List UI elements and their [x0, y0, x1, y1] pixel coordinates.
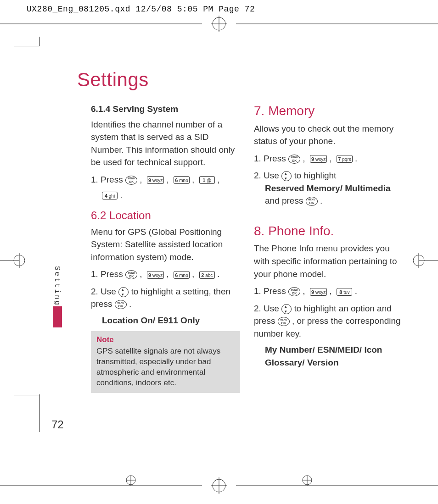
key-9-icon: 9 wxyz [147, 176, 164, 184]
nav-key-icon [281, 171, 292, 181]
note-title: Note [96, 335, 235, 345]
section-6-2-body: Menu for GPS (Global Positioning System:… [91, 226, 240, 264]
menu-ok-key-icon [115, 300, 127, 309]
corner-mark [39, 37, 40, 46]
menu-ok-key-icon [306, 197, 318, 206]
key-1-icon: 1 @ [199, 176, 215, 184]
section-6-2-step-1: 1. Press , 9 wxyz , 6 mno , 2 abc . [91, 268, 240, 281]
section-6-2-options: Location On/ E911 Only [91, 314, 240, 327]
note-body: GPS satellite signals are not always tra… [96, 347, 220, 387]
section-6-1-4-body: Identifies the channel number of a syste… [91, 118, 240, 169]
page-number: 72 [51, 418, 64, 431]
section-8-body: The Phone Info menu provides you with sp… [254, 242, 403, 280]
crop-mark-top [0, 15, 438, 33]
key-6-icon: 6 mno [174, 176, 189, 184]
right-column: 7. Memory Allows you to check out the me… [254, 102, 403, 393]
key-6-icon: 6 mno [174, 271, 189, 279]
corner-mark [14, 395, 39, 395]
key-9-icon: 9 wxyz [310, 155, 327, 163]
menu-ok-key-icon [288, 155, 300, 164]
section-7-step-2: 2. Use to highlight Reserved Memory/ Mul… [254, 169, 403, 207]
page-title: Settings [77, 69, 149, 91]
key-9-icon: 9 wxyz [147, 271, 164, 279]
menu-ok-key-icon [125, 270, 137, 279]
nav-key-icon [281, 304, 292, 314]
print-header: UX280_Eng_081205.qxd 12/5/08 5:05 PM Pag… [27, 5, 255, 14]
section-7-step-1: 1. Press , 9 wxyz , 7 pqrs . [254, 152, 403, 165]
menu-ok-key-icon [278, 317, 290, 326]
key-8-icon: 8 tuv [337, 288, 352, 296]
menu-ok-key-icon [125, 176, 137, 185]
section-8-step-2: 2. Use to highlight an option and press … [254, 302, 403, 369]
section-6-2-step-2: 2. Use to highlight a setting, then pres… [91, 285, 240, 327]
side-tab-marker [53, 306, 62, 327]
key-2-icon: 2 abc [199, 271, 215, 279]
side-tab-label: Settings [53, 266, 61, 312]
section-7-step-2-bold: Reserved Memory/ Multimedia [265, 183, 390, 193]
corner-mark [39, 394, 40, 432]
section-8-step-1: 1. Press , 9 wxyz , 8 tuv . [254, 285, 403, 298]
nav-key-icon [118, 287, 129, 297]
crop-mark-bottom [0, 472, 438, 499]
section-6-2-title: 6.2 Location [91, 208, 240, 224]
section-7-body: Allows you to check out the memory statu… [254, 122, 403, 148]
key-9-icon: 9 wxyz [310, 288, 327, 296]
section-8-options: My Number/ ESN/MEID/ Icon Glossary/ Vers… [254, 343, 403, 369]
corner-mark [14, 46, 39, 46]
section-6-1-4-step-1: 1. Press , 9 wxyz , 6 mno , 1 @ , 4 ghi … [91, 173, 240, 201]
key-7-icon: 7 pqrs [337, 155, 352, 163]
left-column: 6.1.4 Serving System Identifies the chan… [91, 102, 240, 393]
menu-ok-key-icon [288, 287, 300, 296]
section-6-1-4-title: 6.1.4 Serving System [91, 103, 240, 116]
section-7-title: 7. Memory [254, 102, 403, 121]
crop-mark-left [0, 251, 28, 270]
content-area: 6.1.4 Serving System Identifies the chan… [91, 102, 403, 393]
section-8-title: 8. Phone Info. [254, 222, 403, 241]
crop-mark-right [410, 251, 438, 270]
key-4-icon: 4 ghi [102, 192, 118, 199]
note-box: Note GPS satellite signals are not alway… [91, 331, 240, 393]
